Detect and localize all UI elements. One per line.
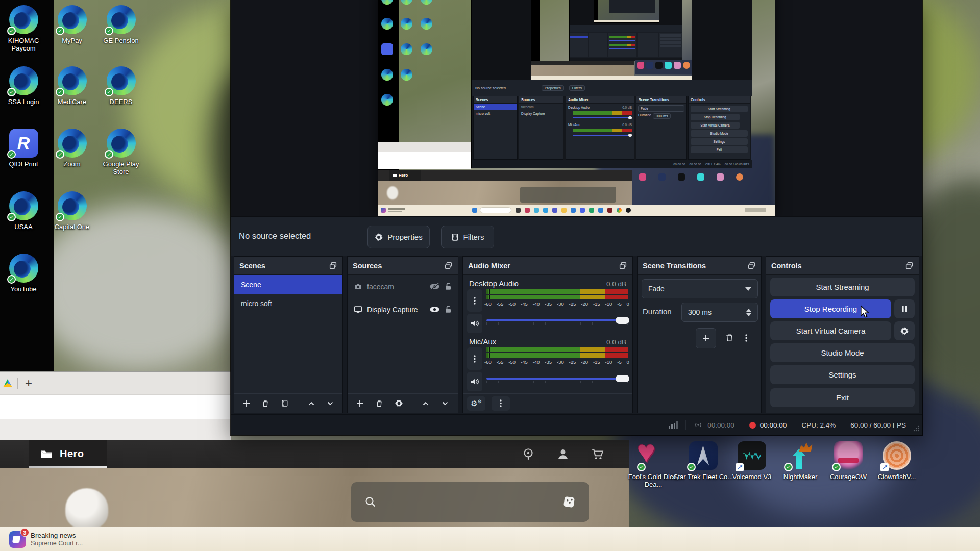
spin-down-icon[interactable]: [746, 313, 751, 316]
mixer-options-button[interactable]: [492, 396, 510, 411]
add-scene-button[interactable]: [238, 396, 254, 411]
remove-transition-button[interactable]: [721, 331, 738, 345]
desktop-icon-label: GE Pension: [97, 37, 144, 44]
check-badge-icon: [56, 88, 64, 96]
scene-filters-button[interactable]: [277, 396, 292, 411]
shortcut-arrow-icon: [880, 463, 889, 471]
channel-level: 0.0 dB: [606, 280, 626, 288]
chevron-up-icon: [422, 400, 429, 407]
desktop-icon-mypay[interactable]: MyPay: [48, 5, 95, 44]
pause-recording-button[interactable]: [894, 299, 915, 318]
duration-label: Duration: [643, 307, 672, 316]
source-up-button[interactable]: [418, 396, 434, 411]
popout-icon[interactable]: [905, 261, 914, 270]
volume-slider-handle[interactable]: [616, 317, 629, 324]
source-properties-button[interactable]: [390, 396, 407, 411]
desktop-icon-google-play-store[interactable]: Google Play Store: [97, 129, 144, 176]
hero-tab[interactable]: Hero: [29, 440, 107, 468]
eye-icon[interactable]: [429, 306, 440, 313]
mute-button[interactable]: [467, 314, 482, 333]
check-badge-icon: [7, 150, 16, 159]
volume-slider[interactable]: [486, 317, 628, 324]
filters-icon: [451, 233, 459, 241]
transition-select[interactable]: Fade: [642, 279, 758, 298]
hero-content: [0, 468, 629, 527]
connection-quality: [661, 421, 685, 429]
desktop-icon-clownfish[interactable]: ClownfishV...: [867, 441, 927, 481]
dice-icon[interactable]: [562, 495, 576, 509]
cart-icon[interactable]: [591, 447, 604, 461]
plus-icon: [356, 400, 363, 407]
check-badge-icon: [7, 27, 16, 35]
popout-icon[interactable]: [619, 261, 627, 270]
desktop-icon-deers[interactable]: DEERS: [97, 66, 144, 106]
start-streaming-button[interactable]: Start Streaming: [770, 278, 915, 296]
help-pin-icon[interactable]: [522, 447, 535, 461]
virtual-camera-settings-button[interactable]: [894, 321, 915, 340]
desktop-icon-kihomac-paycom[interactable]: KIHOMAC Paycom: [0, 5, 47, 52]
add-transition-button[interactable]: [696, 328, 716, 348]
drive-icon[interactable]: [3, 379, 12, 387]
scene-item-scene[interactable]: Scene: [234, 275, 342, 294]
channel-name: Desktop Audio: [469, 279, 519, 288]
account-icon[interactable]: [556, 447, 570, 461]
exit-button[interactable]: Exit: [770, 388, 915, 407]
advanced-audio-button[interactable]: ⚙⚙: [467, 396, 485, 411]
obs-preview-canvas[interactable]: No source selected Properties Filters Sc…: [231, 0, 922, 216]
popout-icon[interactable]: [747, 261, 756, 270]
volume-slider-handle[interactable]: [616, 375, 629, 382]
add-source-button[interactable]: [352, 396, 368, 411]
browser-window[interactable]: +: [0, 371, 231, 440]
unlock-icon[interactable]: [445, 305, 452, 314]
scene-up-button[interactable]: [303, 396, 319, 411]
source-down-button[interactable]: [437, 396, 453, 411]
source-item-display-capture[interactable]: Display Capture: [348, 298, 458, 321]
studio-mode-button[interactable]: Studio Mode: [770, 343, 915, 362]
check-badge-icon: [784, 463, 793, 471]
shell-photo: [65, 488, 108, 527]
unlock-icon[interactable]: [445, 282, 452, 291]
hero-search-bar[interactable]: [351, 482, 589, 522]
eye-slash-icon[interactable]: [429, 283, 440, 290]
preview-game-icons: [634, 169, 751, 199]
remove-source-button[interactable]: [371, 396, 387, 411]
desktop-icon-zoom[interactable]: Zoom: [48, 129, 95, 168]
new-tab-button[interactable]: +: [25, 376, 32, 390]
properties-button[interactable]: Properties: [368, 226, 430, 248]
obs-status-bar: 00:00:00 00:00:00 CPU: 2.4% 60.00 / 60.0…: [231, 414, 922, 435]
stop-recording-button[interactable]: Stop Recording: [770, 299, 891, 318]
desktop-icon-qidi-print[interactable]: QIDI Print: [0, 129, 47, 168]
check-badge-icon: [7, 275, 16, 284]
transition-options-button[interactable]: [741, 331, 752, 345]
desktop-icon-capital-one[interactable]: Capital One: [48, 191, 95, 231]
widgets-button[interactable]: 3 Breaking news Supreme Court r...: [6, 529, 86, 549]
desktop-icon-label: Google Play Store: [97, 160, 144, 176]
desktop-icon-medicare[interactable]: MediCare: [48, 66, 95, 106]
settings-button[interactable]: Settings: [770, 365, 915, 384]
duration-spinbox[interactable]: 300 ms: [681, 303, 758, 322]
desktop-icon-usaa[interactable]: USAA: [0, 191, 47, 231]
speaker-icon: [470, 378, 479, 386]
gear-icon: [375, 233, 383, 241]
check-badge-icon: [7, 213, 16, 221]
start-virtual-camera-button[interactable]: Start Virtual Camera: [770, 321, 891, 340]
record-timer: 00:00:00: [742, 421, 794, 429]
channel-options-button[interactable]: [467, 289, 482, 312]
popout-icon[interactable]: [444, 261, 453, 270]
mute-button[interactable]: [467, 372, 482, 391]
resize-grip[interactable]: [913, 425, 919, 432]
popout-icon[interactable]: [329, 261, 337, 270]
check-badge-icon: [105, 27, 113, 35]
desktop-icon-youtube[interactable]: YouTube: [0, 254, 47, 293]
volume-slider[interactable]: [486, 375, 628, 382]
filters-button[interactable]: Filters: [441, 226, 494, 248]
remove-scene-button[interactable]: [257, 396, 273, 411]
channel-options-button[interactable]: [467, 347, 482, 370]
desktop-icon-ge-pension[interactable]: GE Pension: [97, 5, 144, 44]
scene-down-button[interactable]: [323, 396, 338, 411]
desktop-icon-ssa-login[interactable]: SSA Login: [0, 66, 47, 106]
spin-up-icon[interactable]: [746, 309, 751, 312]
source-item-facecam[interactable]: facecam: [348, 275, 458, 298]
check-badge-icon: [56, 213, 64, 221]
scene-item-micro-soft[interactable]: micro soft: [234, 294, 342, 313]
